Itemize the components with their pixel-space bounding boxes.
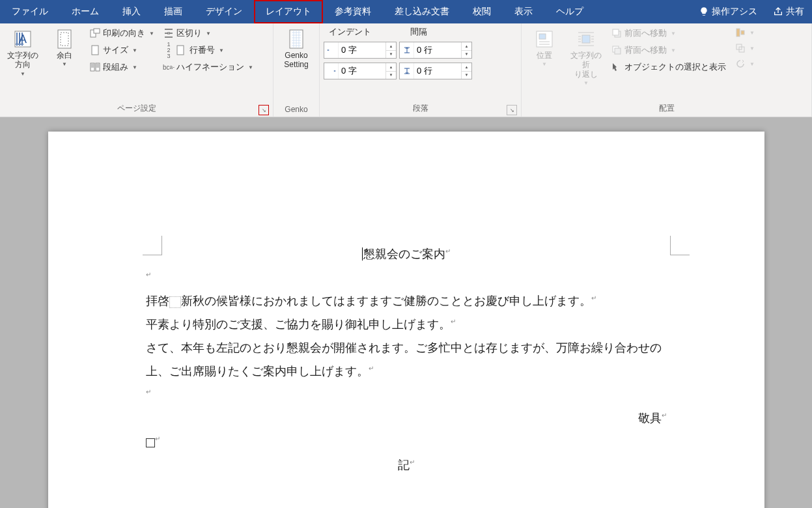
svg-rect-18 <box>736 29 740 36</box>
selection-pane-label: オブジェクトの選択と表示 <box>624 61 726 73</box>
group-page-setup: A 文字列の 方向 ▼ 余白 ▼ 印刷の向き ▼ サイズ ▼ <box>0 23 273 117</box>
spin-down[interactable]: ▼ <box>462 72 471 79</box>
indent-right-spinner[interactable]: ▲▼ <box>324 63 397 79</box>
spin-down[interactable]: ▼ <box>462 51 471 59</box>
caret-down-icon: ▼ <box>749 30 755 36</box>
orientation-button[interactable]: 印刷の向き ▼ <box>87 26 157 40</box>
ribbon-tab-bar: ファイル ホーム 挿入 描画 デザイン レイアウト 参考資料 差し込み文書 校閲… <box>0 0 812 23</box>
group-paragraph: インデント 間隔 ▲▼ ▲▼ <box>320 23 522 117</box>
tab-draw[interactable]: 描画 <box>152 0 194 23</box>
share-button[interactable]: 共有 <box>765 0 812 23</box>
spin-up[interactable]: ▲ <box>462 42 471 51</box>
genko-label: Genko Setting <box>284 51 308 70</box>
svg-rect-19 <box>741 31 744 35</box>
selection-pane-button[interactable]: オブジェクトの選択と表示 <box>609 60 729 74</box>
doc-title: 懇親会のご案内 <box>363 247 445 261</box>
spin-down[interactable]: ▼ <box>386 51 396 59</box>
paragraph-mark: ↵ <box>155 435 160 442</box>
spin-up[interactable]: ▲ <box>462 63 471 72</box>
lightbulb-icon <box>699 7 709 17</box>
checkbox-mark <box>146 438 155 447</box>
page-setup-group-label: ページ設定 <box>117 104 156 113</box>
wrap-label: 文字列の折 り返し <box>568 51 604 79</box>
indent-left-spinner[interactable]: ▲▼ <box>324 42 397 59</box>
paragraph-mark: ↵ <box>591 294 596 302</box>
svg-rect-5 <box>94 29 100 33</box>
columns-button[interactable]: 段組み ▼ <box>87 60 157 74</box>
indent-left-icon <box>324 42 339 58</box>
doc-p2: 平素より特別のご支援、ご協力を賜り御礼申し上げます。 <box>146 318 451 331</box>
doc-closing: 敬具 <box>638 412 662 425</box>
caret-down-icon: ▼ <box>132 64 137 70</box>
send-backward-button[interactable]: 背面へ移動 ▼ <box>609 43 729 57</box>
genko-group-label: Genko <box>285 105 307 114</box>
caret-down-icon: ▼ <box>583 80 589 86</box>
tab-design[interactable]: デザイン <box>194 0 254 23</box>
bring-forward-label: 前面へ移動 <box>624 27 667 39</box>
rotate-button[interactable]: ▼ <box>733 57 757 70</box>
position-button[interactable]: 位置 ▼ <box>525 26 563 70</box>
columns-label: 段組み <box>103 61 128 73</box>
spacing-after-spinner[interactable]: ▲▼ <box>399 63 472 79</box>
spin-down[interactable]: ▼ <box>386 72 396 79</box>
align-button[interactable]: ▼ <box>733 26 757 39</box>
caret-down-icon: ▼ <box>671 31 676 36</box>
svg-rect-17 <box>615 48 621 54</box>
document-area[interactable]: 懇親会のご案内↵ ↵ 拝啓新秋の候皆様におかれましてはますますご健勝のこととお慶… <box>0 117 812 508</box>
spin-up[interactable]: ▲ <box>386 63 396 72</box>
line-numbers-icon: 123 <box>163 45 174 55</box>
hyphenation-button[interactable]: bca- ハイフネーション ▼ <box>161 60 256 74</box>
arrange-group-label: 配置 <box>659 104 675 113</box>
svg-rect-15 <box>613 29 619 35</box>
caret-down-icon: ▼ <box>206 31 211 36</box>
paragraph-dialog-launcher[interactable]: ↘ <box>507 105 517 115</box>
caret-down-icon: ▼ <box>671 48 676 53</box>
text-direction-label: 文字列の 方向 <box>7 51 38 70</box>
spacing-before-spinner[interactable]: ▲▼ <box>399 42 472 59</box>
doc-ki: 記 <box>398 459 410 472</box>
breaks-button[interactable]: 区切り ▼ <box>161 26 256 40</box>
caret-down-icon: ▼ <box>542 61 547 67</box>
page[interactable]: 懇親会のご案内↵ ↵ 拝啓新秋の候皆様におかれましてはますますご健勝のこととお慶… <box>48 132 764 508</box>
spacing-after-input[interactable] <box>414 66 461 76</box>
tell-me[interactable]: 操作アシス <box>691 0 765 23</box>
tab-references[interactable]: 参考資料 <box>323 0 383 23</box>
caret-down-icon: ▼ <box>219 48 224 53</box>
caret-down-icon: ▼ <box>20 71 25 77</box>
text-direction-button[interactable]: A 文字列の 方向 ▼ <box>4 26 42 79</box>
doc-p1b: 新秋の候皆様におかれましてはますますご健勝のこととお慶び申し上げます。 <box>181 294 591 307</box>
spacing-after-icon <box>400 63 414 79</box>
paragraph-mark: ↵ <box>369 365 374 372</box>
tab-view[interactable]: 表示 <box>503 0 544 23</box>
line-numbers-button[interactable]: 123 行番号 ▼ <box>161 43 256 57</box>
genko-setting-button[interactable]: Genko Setting <box>277 26 315 72</box>
group-button[interactable]: ▼ <box>733 42 757 55</box>
paragraph-mark: ↵ <box>451 318 456 325</box>
wrap-text-button[interactable]: 文字列の折 り返し ▼ <box>567 26 605 89</box>
tab-help[interactable]: ヘルプ <box>544 0 595 23</box>
indent-right-input[interactable] <box>339 66 385 76</box>
indent-header: インデント <box>329 26 371 38</box>
paragraph-mark: ↵ <box>146 388 151 395</box>
size-button[interactable]: サイズ ▼ <box>87 43 157 57</box>
tab-file[interactable]: ファイル <box>0 0 60 23</box>
spin-up[interactable]: ▲ <box>386 42 396 51</box>
paragraph-mark: ↵ <box>445 247 451 255</box>
spacing-before-input[interactable] <box>414 46 461 55</box>
paragraph-mark: ↵ <box>146 271 151 278</box>
paragraph-group-label: 段落 <box>413 104 428 113</box>
margins-button[interactable]: 余白 ▼ <box>46 26 83 70</box>
bring-forward-button[interactable]: 前面へ移動 ▼ <box>609 26 729 40</box>
line-numbers-label: 行番号 <box>189 44 215 56</box>
tab-review[interactable]: 校閲 <box>461 0 503 23</box>
caret-down-icon: ▼ <box>149 31 154 36</box>
page-setup-dialog-launcher[interactable]: ↘ <box>259 105 269 115</box>
doc-p3: さて、本年も左記のとおり懇親会が開催されます。ご多忙中とは存じますが、万障お繰り… <box>146 341 662 378</box>
group-genko: Genko Setting Genko <box>273 23 320 117</box>
share-icon <box>773 7 783 17</box>
tab-insert[interactable]: 挿入 <box>111 0 152 23</box>
tab-layout[interactable]: レイアウト <box>254 0 323 23</box>
indent-left-input[interactable] <box>339 46 385 55</box>
tab-home[interactable]: ホーム <box>60 0 111 23</box>
tab-mailings[interactable]: 差し込み文書 <box>383 0 461 23</box>
